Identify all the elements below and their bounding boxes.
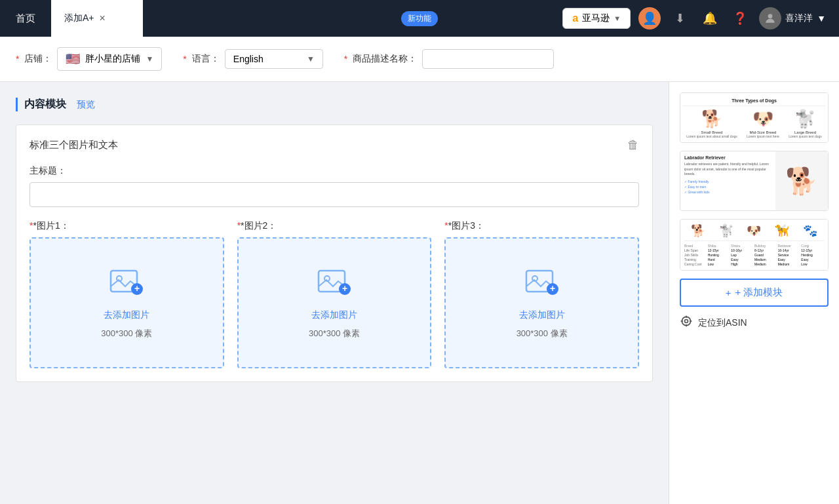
svg-text:+: + — [550, 283, 555, 294]
preview-link[interactable]: 预览 — [77, 99, 95, 111]
tab-close-button[interactable]: × — [100, 13, 106, 24]
svg-point-14 — [685, 320, 688, 323]
main-content-area: 内容模块 预览 标准三个图片和文本 🗑 主标题： **图片1： — [0, 82, 839, 504]
image2-upload-text: 去添加图片 — [311, 309, 357, 321]
image3-upload-text: 去添加图片 — [519, 309, 565, 321]
store-flag-icon: 🇺🇸 — [66, 52, 80, 66]
module-card: 标准三个图片和文本 🗑 主标题： **图片1： — [16, 125, 653, 382]
lang-required-marker: * — [183, 54, 186, 64]
image2-section: **图片2： + 去添加图片 — [237, 220, 432, 368]
user-profile-area[interactable]: 喜洋洋 ▼ — [759, 7, 826, 29]
add-module-icon: + — [726, 287, 732, 298]
module-title: 标准三个图片和文本 — [29, 139, 118, 151]
user-name: 喜洋洋 — [785, 12, 813, 24]
lang-label: 语言： — [192, 53, 220, 65]
lang-chevron-icon: ▼ — [307, 54, 315, 64]
svg-point-0 — [768, 14, 773, 18]
store-chevron-icon: ▼ — [146, 54, 153, 64]
svg-text:+: + — [134, 283, 140, 294]
tab-label: 添加A+ — [64, 12, 94, 24]
amazon-label: 亚马逊 — [582, 12, 610, 24]
lang-value: English — [233, 54, 263, 64]
bell-icon[interactable]: 🔔 — [699, 7, 721, 29]
store-field: * 店铺： 🇺🇸 胖小星的店铺 ▼ — [16, 47, 162, 71]
language-field: * 语言： English ▼ — [183, 49, 322, 69]
section-header: 内容模块 预览 — [16, 98, 653, 111]
main-title-label: 主标题： — [29, 165, 639, 177]
editor-area: 内容模块 预览 标准三个图片和文本 🗑 主标题： **图片1： — [0, 82, 669, 504]
language-selector[interactable]: English ▼ — [225, 49, 323, 69]
add-module-button[interactable]: + + 添加模块 — [680, 279, 829, 307]
image1-section: **图片1： + 去添加图片 — [29, 220, 224, 368]
help-icon[interactable]: ❓ — [729, 7, 751, 29]
preview-card-3[interactable]: 🐕 🐩 🐶 🦮 🐾 BreedShibaShitzuBulldogRetriev… — [680, 219, 829, 271]
image3-upload-size: 300*300 像素 — [517, 328, 568, 339]
store-required-marker: * — [16, 54, 19, 64]
store-selector[interactable]: 🇺🇸 胖小星的店铺 ▼ — [57, 47, 162, 71]
image3-section: **图片3： + 去添加图片 — [444, 220, 639, 368]
product-name-input[interactable]: 胖小星A+ — [422, 49, 554, 69]
store-label: 店铺： — [24, 53, 52, 65]
image2-upload-size: 300*300 像素 — [309, 328, 360, 339]
new-feature-badge: 新功能 — [401, 11, 438, 26]
preview-card-1[interactable]: Three Types of Dogs 🐕 Small BreedLorem i… — [680, 92, 829, 143]
preview-card-2[interactable]: Labrador Retriever Labrador retrievers a… — [680, 151, 829, 211]
module-card-header: 标准三个图片和文本 🗑 — [29, 138, 639, 152]
person-icon[interactable]: 👤 — [638, 7, 661, 29]
image-placeholder-icon: + — [525, 267, 559, 303]
main-title-input[interactable] — [29, 182, 639, 207]
main-title-group: 主标题： — [29, 165, 639, 207]
image1-upload-size: 300*300 像素 — [101, 328, 152, 339]
product-label: 商品描述名称： — [353, 53, 417, 65]
add-module-label: + 添加模块 — [735, 286, 783, 299]
svg-point-13 — [682, 317, 690, 325]
nav-right-area: a 亚马逊 ▼ 👤 ⬇ 🔔 ❓ 喜洋洋 ▼ — [562, 7, 839, 29]
amazon-selector-button[interactable]: a 亚马逊 ▼ — [562, 8, 631, 29]
image3-upload-box[interactable]: + 去添加图片 300*300 像素 — [444, 237, 639, 368]
store-value: 胖小星的店铺 — [85, 53, 140, 65]
user-chevron-icon: ▼ — [817, 13, 826, 24]
home-label: 首页 — [16, 12, 35, 25]
toolbar: * 店铺： 🇺🇸 胖小星的店铺 ▼ * 语言： English ▼ * 商品描述… — [0, 37, 839, 82]
image1-upload-box[interactable]: + 去添加图片 300*300 像素 — [29, 237, 224, 368]
locate-asin-link[interactable]: 定位到ASIN — [680, 315, 829, 331]
image-placeholder-icon: + — [317, 267, 351, 303]
section-title: 内容模块 — [16, 98, 66, 111]
amazon-chevron-icon: ▼ — [614, 14, 621, 22]
home-nav-item[interactable]: 首页 — [0, 0, 51, 37]
delete-module-button[interactable]: 🗑 — [627, 138, 639, 152]
image2-upload-box[interactable]: + 去添加图片 300*300 像素 — [237, 237, 432, 368]
svg-text:+: + — [342, 283, 347, 294]
image1-label: **图片1： — [29, 220, 224, 232]
image-upload-grid: **图片1： + 去添加图片 — [29, 220, 639, 368]
image1-upload-text: 去添加图片 — [104, 309, 149, 321]
image-placeholder-icon: + — [109, 267, 144, 303]
download-icon[interactable]: ⬇ — [669, 7, 691, 29]
image3-label: **图片3： — [444, 220, 639, 232]
amazon-logo-icon: a — [572, 12, 578, 24]
add-aplus-tab[interactable]: 添加A+ × — [51, 0, 143, 37]
locate-icon — [680, 315, 693, 331]
image2-label: **图片2： — [237, 220, 432, 232]
product-name-field: * 商品描述名称： 胖小星A+ — [344, 49, 554, 69]
top-navigation: 首页 添加A+ × 新功能 a 亚马逊 ▼ 👤 ⬇ 🔔 ❓ 喜洋洋 ▼ — [0, 0, 839, 37]
sidebar-preview: Three Types of Dogs 🐕 Small BreedLorem i… — [669, 82, 839, 504]
product-required-marker: * — [344, 54, 347, 64]
user-avatar — [759, 7, 781, 29]
locate-asin-label: 定位到ASIN — [698, 317, 747, 329]
